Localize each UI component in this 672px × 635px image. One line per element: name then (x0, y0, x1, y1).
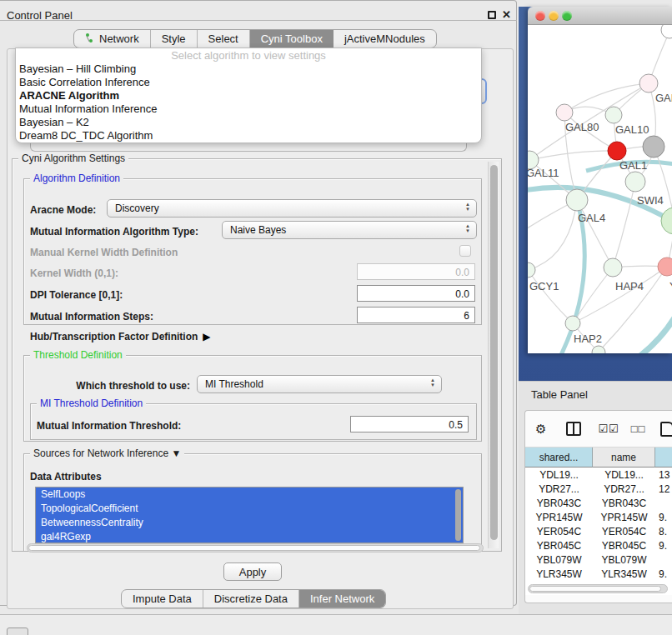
table-cell[interactable]: YBL079W (525, 552, 593, 567)
minimize-traffic-light[interactable] (549, 11, 559, 21)
which-threshold-combobox[interactable]: MI Threshold ▲▼ (197, 375, 442, 393)
settings-vertical-scrollbar[interactable] (488, 162, 499, 548)
data-attributes-list[interactable]: SelfLoopsTopologicalCoefficientBetweenne… (35, 487, 464, 543)
table-cell[interactable]: 12 (655, 482, 672, 496)
sources-title: Sources for Network Inference (33, 448, 168, 459)
node-gal4[interactable] (566, 189, 588, 211)
table-cell[interactable]: YBR043C (525, 496, 593, 510)
table-cell[interactable]: YBL079W (593, 552, 655, 567)
apply-button[interactable]: Apply (223, 562, 282, 581)
table-cell[interactable]: YBR045C (593, 538, 655, 552)
tab-jactivemnodules[interactable]: jActiveMNodules (333, 30, 436, 48)
network-node-label: GAL1 (619, 159, 647, 172)
tab-infer-network[interactable]: Infer Network (299, 590, 385, 608)
network-canvas[interactable]: GALGAL80GAL10GAL1GAL11SWI4GAL4GCY1HAP4YH… (528, 25, 672, 353)
manual-kernel-checkbox[interactable] (459, 245, 471, 257)
node-swi4-big[interactable] (661, 208, 672, 234)
algorithm-option[interactable]: Dream8 DC_TDC Algorithm (16, 129, 481, 142)
table-cell[interactable]: YDR27... (525, 482, 593, 496)
algorithm-option[interactable]: ARACNE Algorithm (16, 89, 481, 102)
settings-gear-icon[interactable]: ⚙ (535, 422, 546, 437)
mi-type-label: Mutual Information Algorithm Type: (30, 226, 198, 238)
table-row[interactable]: YDR27...YDR27...12 (525, 482, 672, 496)
table-cell[interactable]: 13 (655, 468, 672, 482)
table-row[interactable]: YLR345WYLR345W9. (525, 567, 672, 581)
table-cell[interactable]: 9. (655, 567, 672, 581)
hub-definition-label: Hub/Transcription Factor Definition (30, 331, 198, 342)
tab-select[interactable]: Select (198, 30, 250, 48)
algorithm-option[interactable]: Mutual Information Inference (16, 102, 481, 116)
hub-definition-expander[interactable]: Hub/Transcription Factor Definition ▶ (30, 331, 211, 342)
close-icon[interactable]: ✕ (502, 8, 511, 21)
network-window-titlebar[interactable] (528, 7, 672, 25)
table-cell[interactable]: YBR043C (593, 496, 655, 510)
partial-bottom-button[interactable] (7, 628, 28, 635)
node-gal80[interactable] (556, 104, 573, 121)
data-attribute-item[interactable]: SelfLoops (36, 488, 463, 502)
tab-cyni-toolbox[interactable]: Cyni Toolbox (250, 30, 333, 48)
mi-type-combobox[interactable]: Naive Bayes ▲▼ (222, 221, 477, 239)
table-cell[interactable]: YPR145W (593, 510, 655, 524)
column-header[interactable]: shared... (525, 448, 593, 468)
kernel-width-field[interactable]: 0.0 (357, 263, 475, 280)
table-cell[interactable] (655, 552, 672, 567)
table-cell[interactable] (655, 496, 672, 510)
algorithm-dropdown-placeholder: Select algorithm to view settings (16, 49, 481, 62)
node-gcy1[interactable] (528, 262, 535, 278)
node-green-mid[interactable] (625, 172, 645, 192)
node-hap4[interactable] (604, 258, 622, 277)
table-row[interactable]: YBR045CYBR045C9. (525, 538, 672, 552)
table-cell[interactable]: YLR345W (525, 567, 593, 581)
float-window-icon[interactable] (488, 11, 496, 19)
tab-network[interactable]: Network (74, 30, 151, 48)
unchecked-columns-icon[interactable]: □□ (631, 422, 646, 435)
algorithm-option[interactable]: Basic Correlation Inference (16, 76, 481, 89)
table-cell[interactable]: YPR145W (525, 510, 593, 524)
table-row[interactable]: YDL19...YDL19...13 (525, 468, 672, 482)
node-top-partial[interactable] (661, 25, 672, 38)
table-row[interactable]: YBR043CYBR043C (525, 496, 672, 510)
node-gal-pink[interactable] (639, 74, 658, 92)
data-attribute-item[interactable]: TopologicalCoefficient (36, 502, 463, 516)
table-cell[interactable]: YER054C (593, 524, 655, 538)
tab-impute-data[interactable]: Impute Data (122, 590, 203, 608)
checked-columns-icon[interactable]: ☑☑ (598, 422, 619, 435)
settings-horizontal-scrollbar[interactable] (27, 543, 484, 552)
split-column-icon[interactable] (566, 422, 581, 436)
table-cell[interactable]: YER054C (525, 524, 593, 538)
table-cell[interactable]: YDR27... (593, 482, 655, 496)
data-attribute-item[interactable]: BetweennessCentrality (36, 516, 463, 530)
expander-down-icon[interactable]: ▼ (171, 448, 181, 459)
table-row[interactable]: YPR145WYPR145W9. (525, 510, 672, 524)
table-cell[interactable]: 9. (655, 510, 672, 524)
mi-threshold-field[interactable]: 0.5 (350, 416, 469, 432)
table-cell[interactable]: YDL19... (525, 468, 593, 482)
node-gal10[interactable] (605, 107, 622, 123)
table-cell[interactable]: YLR345W (593, 567, 655, 581)
table-row[interactable]: YBL079WYBL079W (525, 552, 672, 567)
table-row[interactable]: YER054CYER054C8. (525, 524, 672, 538)
mi-steps-field[interactable]: 6 (357, 307, 475, 323)
node-salmon[interactable] (658, 258, 672, 276)
data-attribute-item[interactable]: gal4RGexp (36, 530, 463, 543)
table-horizontal-scrollbar[interactable] (528, 584, 668, 593)
aracne-mode-combobox[interactable]: Discovery ▲▼ (107, 199, 477, 218)
column-header[interactable] (655, 448, 672, 468)
zoom-traffic-light[interactable] (562, 11, 572, 21)
algorithm-option[interactable]: Bayesian – K2 (16, 116, 481, 129)
page-icon[interactable] (660, 422, 672, 437)
node-hap2[interactable] (565, 316, 580, 331)
algorithm-option[interactable]: Bayesian – Hill Climbing (16, 62, 481, 76)
close-traffic-light[interactable] (535, 11, 545, 21)
column-header[interactable]: name (593, 448, 655, 468)
table-cell[interactable]: 8. (655, 524, 672, 538)
node-gal1-red[interactable] (608, 142, 626, 160)
dpi-tolerance-field[interactable]: 0.0 (357, 285, 475, 302)
tab-style[interactable]: Style (151, 30, 198, 48)
table-cell[interactable]: YDL19... (593, 468, 655, 482)
node-gray[interactable] (643, 136, 664, 158)
tab-discretize-data[interactable]: Discretize Data (203, 590, 299, 608)
table-cell[interactable]: 9. (655, 538, 672, 552)
table-cell[interactable]: YBR045C (525, 538, 593, 552)
list-vertical-scrollbar[interactable] (455, 489, 461, 541)
